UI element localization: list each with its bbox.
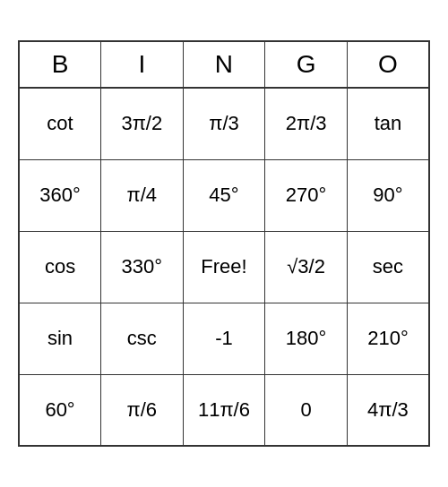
cell-r3-c1: csc bbox=[101, 303, 184, 374]
cell-r4-c4: 4π/3 bbox=[347, 374, 429, 446]
table-row: 60°π/611π/604π/3 bbox=[19, 374, 429, 446]
bingo-header-g: G bbox=[265, 41, 348, 88]
cell-r1-c3: 270° bbox=[265, 159, 348, 231]
table-row: cos330°Free!√3/2sec bbox=[19, 231, 429, 303]
cell-r4-c0: 60° bbox=[19, 374, 101, 446]
table-row: sincsc-1180°210° bbox=[19, 303, 429, 374]
cell-r3-c3: 180° bbox=[265, 303, 348, 374]
bingo-header-n: N bbox=[183, 41, 265, 88]
cell-r2-c2: Free! bbox=[183, 231, 265, 303]
bingo-header-o: O bbox=[347, 41, 429, 88]
cell-r0-c4: tan bbox=[347, 88, 429, 159]
cell-r1-c4: 90° bbox=[347, 159, 429, 231]
cell-r0-c0: cot bbox=[19, 88, 101, 159]
bingo-header-i: I bbox=[101, 41, 184, 88]
cell-r4-c1: π/6 bbox=[101, 374, 184, 446]
cell-r2-c0: cos bbox=[19, 231, 101, 303]
cell-r0-c1: 3π/2 bbox=[101, 88, 184, 159]
cell-r2-c4: sec bbox=[347, 231, 429, 303]
cell-r0-c3: 2π/3 bbox=[265, 88, 348, 159]
cell-r2-c1: 330° bbox=[101, 231, 184, 303]
cell-r1-c2: 45° bbox=[183, 159, 265, 231]
bingo-card: BINGO cot3π/2π/32π/3tan360°π/445°270°90°… bbox=[18, 40, 430, 447]
cell-r3-c2: -1 bbox=[183, 303, 265, 374]
cell-r1-c1: π/4 bbox=[101, 159, 184, 231]
cell-r3-c0: sin bbox=[19, 303, 101, 374]
table-row: 360°π/445°270°90° bbox=[19, 159, 429, 231]
cell-r2-c3: √3/2 bbox=[265, 231, 348, 303]
cell-r1-c0: 360° bbox=[19, 159, 101, 231]
table-row: cot3π/2π/32π/3tan bbox=[19, 88, 429, 159]
cell-r0-c2: π/3 bbox=[183, 88, 265, 159]
bingo-header-b: B bbox=[19, 41, 101, 88]
cell-r4-c3: 0 bbox=[265, 374, 348, 446]
cell-r4-c2: 11π/6 bbox=[183, 374, 265, 446]
cell-r3-c4: 210° bbox=[347, 303, 429, 374]
